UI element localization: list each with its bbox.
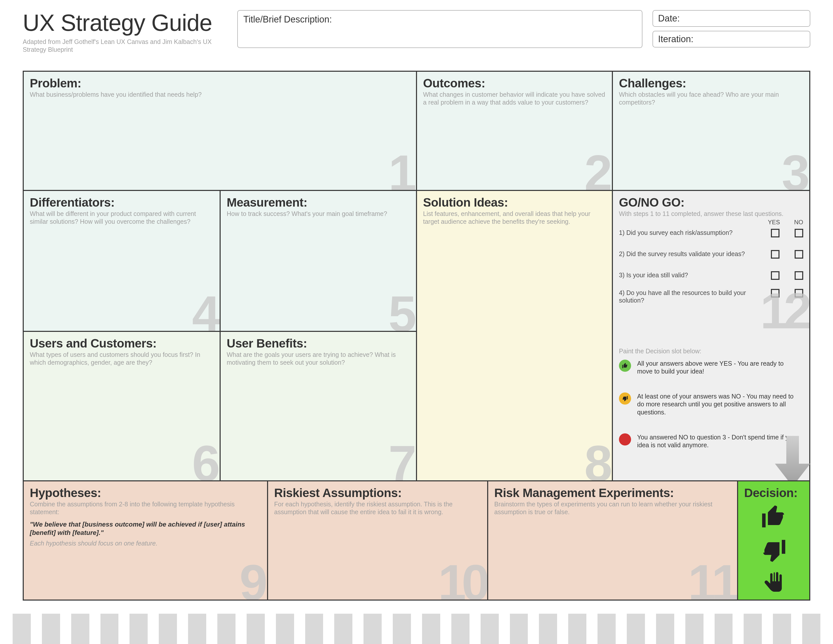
checkbox-yes[interactable] — [771, 289, 780, 298]
cell-hint: Combine the assumptions from 2-8 into th… — [30, 500, 261, 516]
legend-red: You answered NO to question 3 - Don't sp… — [619, 433, 801, 449]
page-subtitle: Adapted from Jeff Gothelf's Lean UX Canv… — [23, 38, 227, 54]
cell-title: GO/NO GO: — [619, 195, 803, 209]
cell-title: Riskiest Assumptions: — [274, 486, 481, 500]
gonogo-question-1: 1) Did you survey each risk/assumption? — [619, 229, 803, 237]
cell-number: 11 — [688, 554, 735, 601]
cell-challenges[interactable]: Challenges: Which obstacles will you fac… — [612, 71, 810, 191]
question-text: 4) Do you have all the resources to buil… — [619, 289, 756, 304]
cell-users[interactable]: Users and Customers: What types of users… — [23, 331, 220, 481]
checkbox-yes[interactable] — [771, 271, 780, 280]
cell-outcomes[interactable]: Outcomes: What changes in customer behav… — [416, 71, 613, 191]
date-input[interactable]: Date: — [653, 10, 810, 27]
arrow-down-icon — [775, 436, 810, 486]
cell-number: 6 — [192, 435, 217, 481]
cell-hint: List features, enhancement, and overall … — [423, 210, 606, 226]
thumb-up-icon — [619, 360, 631, 372]
cell-title: Decision: — [744, 486, 803, 500]
gonogo-question-4: 4) Do you have all the resources to buil… — [619, 289, 803, 304]
iteration-input[interactable]: Iteration: — [653, 31, 810, 47]
checkbox-no[interactable] — [794, 289, 803, 298]
hand-stop-icon — [760, 570, 788, 599]
checkbox-no[interactable] — [794, 250, 803, 259]
yes-label: YES — [768, 219, 780, 226]
cell-title: Measurement: — [227, 195, 410, 209]
no-label: NO — [794, 219, 803, 226]
stop-icon — [619, 433, 631, 446]
hypothesis-note: Each hypothesis should focus on one feat… — [30, 540, 261, 547]
legend-text: All your answers above were YES - You ar… — [637, 360, 801, 375]
cell-hint: What will be different in your product c… — [30, 210, 214, 226]
cell-title: Problem: — [30, 76, 410, 90]
footer-stripes — [0, 614, 833, 644]
cell-hint: What are the goals your users are trying… — [227, 351, 410, 367]
page-title: UX Strategy Guide — [23, 11, 227, 34]
cell-measurement[interactable]: Measurement: How to track success? What'… — [220, 190, 417, 332]
cell-number: 3 — [782, 144, 807, 191]
legend-green: All your answers above were YES - You ar… — [619, 360, 801, 375]
yes-no-header: YES NO — [768, 219, 803, 226]
gonogo-question-3: 3) Is your idea still valid? — [619, 271, 803, 280]
cell-hint: Which obstacles will you face ahead? Who… — [619, 91, 803, 106]
cell-title: Differentiators: — [30, 195, 214, 209]
thumb-down-icon — [619, 393, 631, 404]
gonogo-question-2: 2) Did the survey results validate your … — [619, 250, 803, 259]
cell-number: 9 — [240, 554, 265, 601]
header: UX Strategy Guide Adapted from Jeff Goth… — [23, 10, 810, 71]
cell-number: 8 — [584, 435, 610, 481]
question-text: 1) Did you survey each risk/assumption? — [619, 229, 756, 237]
cell-hint: Brainstorm the types of experiments you … — [494, 500, 731, 516]
hypothesis-template: "We believe that [business outcome] will… — [30, 520, 261, 538]
cell-hint: What business/problems have you identifi… — [30, 91, 410, 98]
legend-text: At least one of your answers was NO - Yo… — [637, 393, 801, 416]
paint-decision-note: Paint the Decision slot below: — [619, 348, 701, 355]
checkbox-no[interactable] — [794, 271, 803, 280]
cell-number: 2 — [584, 144, 610, 191]
cell-risk-experiments[interactable]: Risk Management Experiments: Brainstorm … — [487, 480, 738, 601]
cell-number: 10 — [438, 554, 485, 601]
cell-number: 4 — [192, 285, 217, 332]
cell-number: 1 — [389, 144, 414, 191]
cell-title: Solution Ideas: — [423, 195, 606, 209]
canvas: Problem: What business/problems have you… — [23, 71, 810, 609]
cell-number: 5 — [389, 285, 414, 332]
cell-hint: What types of users and customers should… — [30, 351, 214, 367]
decision-icons — [738, 503, 809, 599]
cell-title: Outcomes: — [423, 76, 606, 90]
thumb-down-icon — [760, 536, 788, 565]
header-left: UX Strategy Guide Adapted from Jeff Goth… — [23, 10, 227, 54]
cell-hypotheses[interactable]: Hypotheses: Combine the assumptions from… — [23, 480, 268, 601]
checkbox-yes[interactable] — [771, 250, 780, 259]
cell-title: Risk Management Experiments: — [494, 486, 731, 500]
title-brief-input[interactable]: Title/Brief Description: — [237, 10, 642, 48]
cell-hint: How to track success? What's your main g… — [227, 210, 410, 218]
header-right: Date: Iteration: — [653, 10, 810, 47]
cell-decision[interactable]: Decision: — [737, 480, 810, 601]
question-text: 3) Is your idea still valid? — [619, 271, 756, 279]
legend-yellow: At least one of your answers was NO - Yo… — [619, 393, 801, 416]
cell-hint: With steps 1 to 11 completed, answer the… — [619, 210, 803, 218]
cell-hint: For each hypothesis, identify the riskie… — [274, 500, 481, 516]
question-text: 2) Did the survey results validate your … — [619, 250, 756, 258]
thumb-up-icon — [760, 503, 788, 532]
cell-benefits[interactable]: User Benefits: What are the goals your u… — [220, 331, 417, 481]
cell-title: Challenges: — [619, 76, 803, 90]
cell-hint: What changes in customer behavior will i… — [423, 91, 606, 106]
cell-title: User Benefits: — [227, 336, 410, 350]
checkbox-no[interactable] — [794, 229, 803, 237]
checkbox-yes[interactable] — [771, 229, 780, 237]
cell-title: Hypotheses: — [30, 486, 261, 500]
cell-problem[interactable]: Problem: What business/problems have you… — [23, 71, 417, 191]
cell-riskiest-assumptions[interactable]: Riskiest Assumptions: For each hypothesi… — [267, 480, 488, 601]
cell-title: Users and Customers: — [30, 336, 214, 350]
cell-differentiators[interactable]: Differentiators: What will be different … — [23, 190, 220, 332]
cell-solution-ideas[interactable]: Solution Ideas: List features, enhanceme… — [416, 190, 613, 481]
cell-number: 7 — [389, 435, 414, 481]
